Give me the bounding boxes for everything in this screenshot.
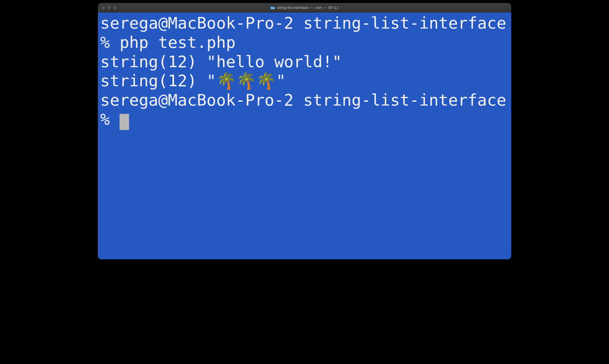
cursor bbox=[120, 114, 129, 130]
window-title: string-list-interface — -zsh — 39×11 bbox=[270, 5, 339, 10]
close-button[interactable] bbox=[101, 6, 105, 10]
terminal-line: string(12) "🌴🌴🌴" bbox=[100, 71, 509, 91]
zoom-button[interactable] bbox=[113, 6, 117, 10]
traffic-lights bbox=[101, 6, 117, 10]
terminal-line: serega@MacBook-Pro-2 string-list-interfa… bbox=[100, 91, 509, 129]
minimize-button[interactable] bbox=[107, 6, 111, 10]
folder-icon bbox=[270, 6, 275, 10]
terminal-line: string(12) "hello world!" bbox=[100, 52, 509, 72]
terminal-body[interactable]: serega@MacBook-Pro-2 string-list-interfa… bbox=[98, 12, 511, 259]
window-titlebar[interactable]: string-list-interface — -zsh — 39×11 bbox=[98, 3, 511, 12]
window-title-text: string-list-interface — -zsh — 39×11 bbox=[277, 5, 339, 10]
prompt-text: serega@MacBook-Pro-2 string-list-interfa… bbox=[100, 91, 511, 129]
terminal-line: serega@MacBook-Pro-2 string-list-interfa… bbox=[100, 14, 509, 52]
terminal-window: string-list-interface — -zsh — 39×11 ser… bbox=[98, 3, 511, 259]
